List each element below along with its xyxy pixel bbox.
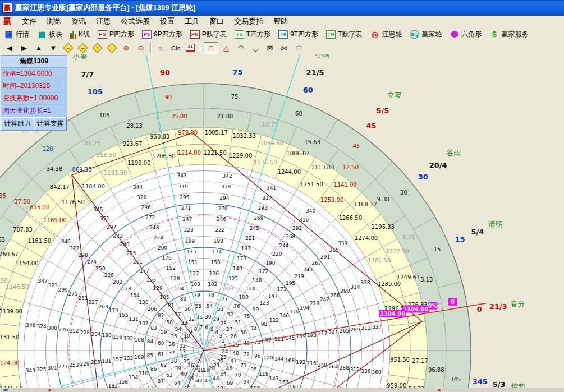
market-label: 行情 — [16, 30, 29, 39]
draw-tool-tool-screen[interactable]: ⊡ — [292, 43, 306, 53]
draw-tool-tool-converge[interactable]: ⋈ — [278, 43, 291, 53]
toolbar-button-sector[interactable]: ▩板块 — [33, 29, 66, 40]
svg-text:79: 79 — [194, 292, 200, 298]
toolbar-button-p-table[interactable]: PNP数字表 — [186, 29, 231, 40]
svg-text:72: 72 — [244, 352, 250, 357]
main-toolbar: ▦行情▩板块K线PSP四方形P99P四方形PNP数字表TST四方形T99T四方形… — [0, 27, 564, 42]
menu-item-formula-stock[interactable]: 公式选股 — [116, 15, 155, 27]
svg-text:105: 105 — [159, 294, 169, 300]
gann-wheel-chart[interactable]: 1234567891011121314151617181920212223242… — [0, 54, 564, 392]
draw-tool-nav-down[interactable]: ▼ — [47, 43, 60, 53]
calc-resistance-button[interactable]: 计算阻力 — [1, 117, 34, 130]
p-table-icon: PN — [190, 30, 200, 39]
svg-text:1206.50: 1206.50 — [152, 153, 175, 159]
svg-text:950.83: 950.83 — [150, 133, 169, 140]
winner-wheel-icon: Big — [410, 30, 419, 39]
svg-text:153: 153 — [146, 277, 156, 283]
draw-tool-calendar[interactable]: 21 — [184, 43, 197, 53]
svg-text:294: 294 — [219, 195, 229, 201]
draw-tool-tool-box-x[interactable]: ⊠ — [263, 43, 277, 53]
svg-text:174: 174 — [212, 249, 222, 255]
svg-text:271: 271 — [181, 205, 191, 211]
toolbar-button-hexagon[interactable]: 六角形 — [446, 29, 485, 40]
toolbar-button-market[interactable]: ▦行情 — [0, 29, 33, 40]
svg-text:45: 45 — [220, 372, 226, 377]
svg-text:295: 295 — [180, 195, 189, 200]
svg-text:313: 313 — [361, 325, 371, 331]
svg-text:203: 203 — [99, 304, 108, 310]
svg-text:22: 22 — [217, 359, 223, 365]
menu-item-file[interactable]: 文件 — [17, 15, 42, 27]
svg-text:94: 94 — [244, 379, 250, 385]
svg-text:97: 97 — [265, 338, 271, 343]
draw-tool-tool-square[interactable]: □ — [204, 42, 218, 54]
svg-text:58: 58 — [166, 320, 173, 325]
draw-tool-pan-right[interactable]: → — [76, 43, 89, 53]
svg-text:13: 13 — [180, 349, 186, 354]
app-icon: 赢 — [2, 3, 12, 13]
svg-text:64: 64 — [174, 380, 181, 386]
draw-tool-pan-left[interactable]: ← — [61, 43, 75, 53]
svg-text:105: 105 — [99, 112, 110, 118]
draw-tool-zoom-in[interactable]: ⊕ — [120, 43, 133, 53]
menu-item-help[interactable]: 帮助 — [268, 15, 293, 27]
toolbar-button-kline[interactable]: K线 — [66, 29, 94, 40]
toolbar-button-9t-square[interactable]: T99T四方形 — [274, 29, 322, 40]
draw-tool-nav-up[interactable]: ▲ — [32, 43, 45, 53]
svg-text:46: 46 — [226, 366, 233, 371]
svg-text:90: 90 — [165, 94, 172, 100]
svg-text:276: 276 — [58, 327, 68, 333]
svg-text:318: 318 — [221, 184, 231, 190]
draw-tool-pan-down[interactable]: ↓ — [105, 43, 118, 53]
menu-item-settings[interactable]: 设置 — [155, 15, 180, 27]
svg-text:0%: 0% — [428, 303, 438, 309]
draw-tool-tool-arc-up[interactable]: ◠ — [234, 43, 247, 53]
draw-tool-zoom-out[interactable]: ⊖ — [134, 43, 148, 53]
toolbar-button-service[interactable]: $赢家服务 — [485, 29, 532, 40]
toolbar-button-winner-wheel[interactable]: Big赢家轮 — [406, 29, 446, 40]
toolbar-separator — [150, 43, 152, 53]
svg-text:1289.00: 1289.00 — [378, 281, 401, 287]
p-square-icon: PS — [98, 30, 107, 39]
draw-tool-cls[interactable]: Cls — [169, 43, 182, 53]
toolbar-button-9p-square[interactable]: P99P四方形 — [138, 29, 186, 40]
svg-text:84: 84 — [147, 339, 154, 344]
draw-tool-updown-marks[interactable]: ↑↓ — [154, 43, 168, 53]
svg-text:338: 338 — [360, 280, 370, 285]
svg-text:266: 266 — [330, 293, 340, 298]
menu-item-trade[interactable]: 交易委托 — [229, 15, 268, 27]
toolbar-button-gann-wheel[interactable]: ◎江恩轮 — [366, 29, 406, 40]
svg-text:61: 61 — [158, 352, 164, 357]
draw-tool-tool-arc-down[interactable]: ◡ — [249, 43, 262, 53]
svg-text:70: 70 — [235, 372, 241, 378]
draw-tool-pan-up[interactable]: ↑ — [90, 43, 104, 53]
menu-item-browse[interactable]: 浏览 — [42, 15, 66, 27]
menu-item-gann[interactable]: 江恩 — [91, 15, 116, 27]
svg-text:143: 143 — [269, 376, 278, 381]
draw-tool-nav-left[interactable]: ◀ — [3, 43, 16, 53]
menu-item-window[interactable]: 窗口 — [204, 15, 229, 27]
draw-tool-tool-triangle[interactable]: △ — [219, 43, 233, 53]
menu-item-tools[interactable]: 工具 — [180, 15, 204, 27]
toolbar-button-p-square[interactable]: PSP四方形 — [94, 29, 138, 40]
svg-text:清明: 清明 — [488, 220, 503, 228]
menu-bar: 赢 文件浏览资讯江恩公式选股设置工具窗口交易委托帮助 — [0, 16, 564, 27]
svg-text:6.25: 6.25 — [402, 234, 415, 241]
p-square-label: P四方形 — [109, 30, 134, 39]
toolbar-button-t-square[interactable]: TST四方形 — [231, 29, 274, 40]
toolbar-button-t-table[interactable]: TNT数字表 — [322, 29, 366, 40]
winner-logo-icon: 赢 — [3, 16, 11, 26]
menu-item-news[interactable]: 资讯 — [66, 15, 91, 27]
svg-text:24: 24 — [222, 349, 228, 354]
svg-text:181: 181 — [102, 358, 111, 364]
svg-text:1141.00: 1141.00 — [334, 182, 357, 188]
svg-text:3.13: 3.13 — [420, 276, 433, 283]
svg-text:104: 104 — [175, 286, 184, 292]
svg-text:1229.00: 1229.00 — [229, 153, 252, 159]
svg-text:733.50: 733.50 — [0, 278, 8, 284]
calc-support-button[interactable]: 计算支撑 — [34, 117, 67, 130]
draw-tool-nav-right[interactable]: ▶ — [17, 43, 31, 53]
svg-text:268: 268 — [286, 234, 295, 239]
t-square-label: T四方形 — [246, 30, 270, 39]
svg-text:250: 250 — [95, 266, 105, 271]
